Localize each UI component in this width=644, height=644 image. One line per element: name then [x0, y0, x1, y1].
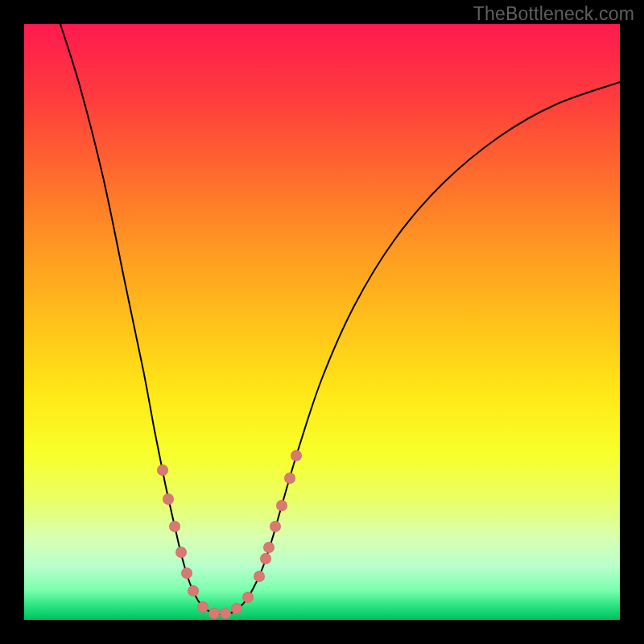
chart-frame: TheBottleneck.com — [0, 0, 644, 644]
watermark-text: TheBottleneck.com — [473, 3, 634, 25]
marker-layer — [24, 24, 620, 620]
data-marker — [220, 608, 231, 619]
data-marker — [157, 464, 168, 476]
data-marker — [197, 601, 208, 613]
data-marker — [188, 585, 199, 597]
data-marker — [169, 521, 180, 532]
data-marker — [208, 608, 220, 619]
data-marker — [284, 473, 295, 484]
data-marker — [242, 592, 254, 603]
data-marker — [175, 547, 187, 558]
data-marker — [263, 542, 275, 553]
plot-area — [24, 24, 620, 620]
data-marker — [181, 568, 192, 579]
data-marker — [163, 493, 174, 505]
data-marker — [276, 500, 287, 511]
data-marker — [270, 521, 281, 532]
data-marker — [291, 450, 302, 461]
data-marker — [260, 553, 271, 564]
data-marker — [254, 571, 265, 582]
data-marker — [231, 603, 242, 614]
